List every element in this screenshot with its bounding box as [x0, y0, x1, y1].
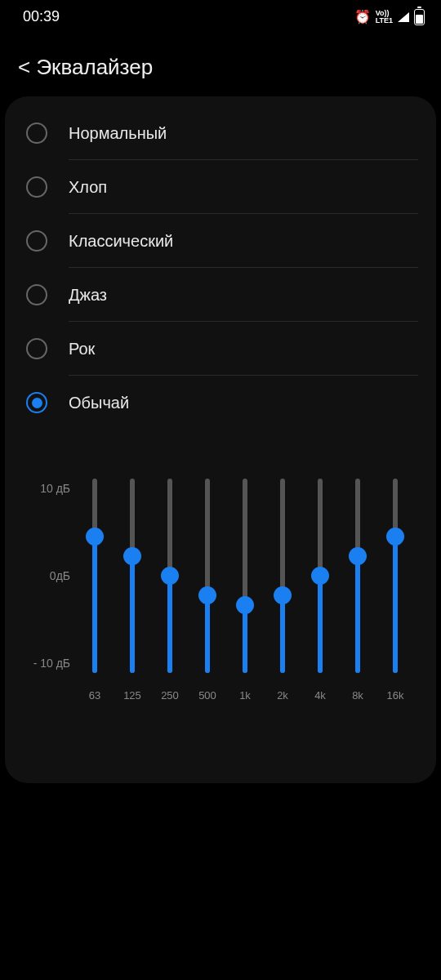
slider-thumb[interactable] [349, 547, 367, 565]
slider-thumb[interactable] [311, 567, 329, 585]
battery-icon [414, 9, 425, 25]
x-tick-label: 1k [234, 689, 256, 702]
slider-fill [205, 595, 210, 673]
slider-fill [167, 576, 172, 673]
page-title: Эквалайзер [36, 55, 153, 79]
slider-thumb[interactable] [236, 596, 254, 614]
slider-thumb[interactable] [161, 567, 179, 585]
slider-fill [92, 537, 97, 673]
eq-slider[interactable] [158, 462, 181, 681]
eq-slider[interactable] [121, 462, 144, 681]
eq-slider[interactable] [83, 462, 106, 681]
back-button[interactable]: < Эквалайзер [18, 55, 423, 80]
x-tick-label: 8k [346, 689, 369, 702]
x-tick-label: 63 [83, 689, 106, 702]
x-tick-label: 500 [196, 689, 219, 702]
preset-item[interactable]: Хлоп [5, 160, 436, 214]
status-time: 00:39 [23, 8, 60, 25]
slider-thumb[interactable] [123, 547, 141, 565]
eq-slider[interactable] [234, 462, 256, 681]
radio-button[interactable] [26, 284, 47, 305]
slider-thumb[interactable] [86, 528, 104, 546]
alarm-icon: ⏰ [354, 9, 371, 24]
slider-fill [318, 576, 323, 673]
preset-item[interactable]: Классический [5, 214, 436, 268]
preset-label: Хлоп [69, 178, 107, 197]
eq-slider[interactable] [309, 462, 332, 681]
equalizer-area: 10 дБ 0дБ - 10 дБ 631252505001k2k4k8k16k [5, 462, 436, 702]
slider-fill [355, 556, 360, 673]
y-axis-labels: 10 дБ 0дБ - 10 дБ [29, 482, 78, 670]
slider-fill [393, 537, 398, 673]
preset-item[interactable]: Рок [5, 322, 436, 376]
eq-slider[interactable] [271, 462, 294, 681]
status-indicators: ⏰ Vo))LTE1 [354, 9, 425, 25]
preset-item[interactable]: Джаз [5, 268, 436, 322]
eq-slider[interactable] [196, 462, 219, 681]
x-tick-label: 2k [271, 689, 294, 702]
preset-label: Нормальный [69, 124, 167, 143]
x-tick-label: 4k [309, 689, 332, 702]
slider-fill [130, 556, 135, 673]
preset-item[interactable]: Нормальный [5, 106, 436, 160]
chevron-left-icon: < [18, 55, 30, 79]
slider-thumb[interactable] [274, 586, 292, 604]
x-tick-label: 250 [158, 689, 181, 702]
x-axis-labels: 631252505001k2k4k8k16k [78, 681, 412, 702]
page-header: < Эквалайзер [0, 32, 441, 96]
slider-thumb[interactable] [198, 586, 216, 604]
preset-label: Рок [69, 340, 95, 359]
x-tick-label: 16k [384, 689, 407, 702]
preset-label: Обычай [69, 394, 129, 412]
network-indicator: Vo))LTE1 [376, 10, 393, 24]
slider-thumb[interactable] [386, 528, 404, 546]
preset-label: Джаз [69, 286, 107, 305]
radio-button[interactable] [26, 338, 47, 359]
eq-sliders [78, 462, 412, 681]
preset-item[interactable]: Обычай [5, 376, 436, 430]
radio-button[interactable] [26, 392, 47, 413]
eq-slider[interactable] [384, 462, 407, 681]
radio-button[interactable] [26, 176, 47, 198]
x-tick-label: 125 [121, 689, 144, 702]
content-panel: НормальныйХлопКлассическийДжазРокОбычай … [5, 96, 436, 783]
status-bar: 00:39 ⏰ Vo))LTE1 [0, 0, 441, 32]
eq-slider[interactable] [346, 462, 369, 681]
signal-icon [398, 12, 409, 22]
preset-label: Классический [69, 232, 173, 251]
slider-fill [243, 605, 247, 673]
radio-button[interactable] [26, 122, 47, 144]
slider-fill [280, 595, 285, 673]
radio-button[interactable] [26, 230, 47, 252]
